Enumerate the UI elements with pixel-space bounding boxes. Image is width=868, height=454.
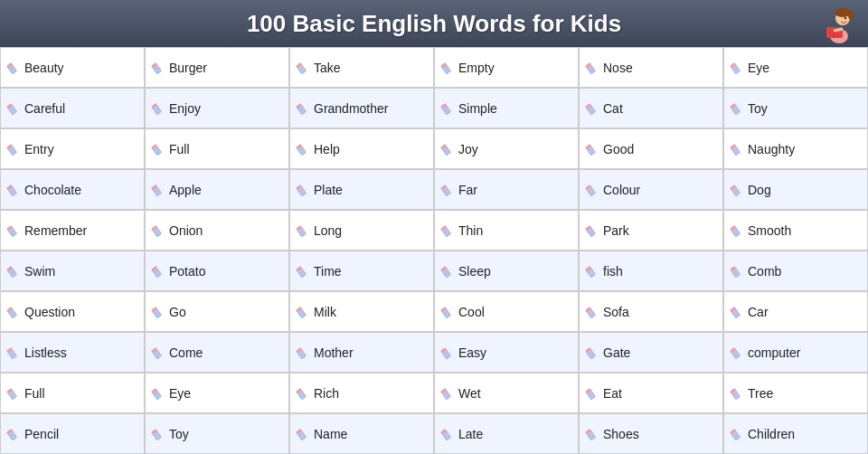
pencil-icon (151, 101, 165, 116)
word-cell: Empty (434, 47, 579, 88)
word-label: Help (314, 142, 340, 156)
word-label: Enjoy (169, 101, 201, 116)
word-label: Naughty (748, 142, 795, 156)
word-cell: Rich (289, 373, 434, 413)
pencil-icon (151, 264, 165, 279)
pencil-icon (6, 101, 21, 116)
word-cell: Joy (434, 128, 579, 169)
word-label: Name (314, 427, 347, 441)
word-label: Beauty (24, 61, 64, 75)
word-label: Apple (169, 183, 202, 197)
word-cell: Car (723, 291, 868, 332)
pencil-icon (6, 427, 21, 441)
word-label: Easy (458, 345, 486, 360)
word-label: Toy (748, 101, 768, 116)
pencil-icon (151, 386, 165, 401)
word-cell: Children (723, 413, 868, 454)
word-cell: Nose (579, 47, 723, 88)
word-label: Onion (169, 223, 203, 238)
pencil-icon (585, 427, 599, 441)
word-label: Children (748, 427, 795, 441)
pencil-icon (585, 183, 599, 197)
word-cell: Eye (145, 373, 289, 413)
pencil-icon (6, 61, 21, 75)
pencil-icon (440, 427, 455, 441)
pencil-icon (730, 101, 744, 116)
pencil-icon (6, 142, 21, 156)
pencil-icon (730, 427, 744, 441)
pencil-icon (730, 345, 744, 360)
word-label: Colour (603, 183, 640, 197)
word-label: Grandmother (314, 101, 388, 116)
word-cell: computer (723, 332, 868, 373)
word-cell: Potato (145, 251, 289, 291)
pencil-icon (296, 386, 310, 401)
word-cell: Gate (579, 332, 723, 373)
word-label: Mother (314, 345, 354, 360)
word-label: Sleep (458, 264, 491, 279)
pencil-icon (730, 264, 744, 279)
pencil-icon (730, 61, 744, 75)
word-label: Thin (458, 223, 483, 238)
word-label: Park (603, 223, 629, 238)
word-label: Swim (24, 264, 55, 279)
word-label: Wet (458, 386, 481, 401)
word-label: Gate (603, 345, 630, 360)
word-cell: Remember (0, 210, 145, 251)
word-cell: Entry (0, 128, 145, 169)
pencil-icon (440, 264, 455, 279)
pencil-icon (6, 386, 21, 401)
word-label: Potato (169, 264, 205, 279)
pencil-icon (730, 223, 744, 238)
pencil-icon (296, 427, 310, 441)
pencil-icon (151, 142, 165, 156)
word-label: Car (748, 305, 769, 319)
word-cell: Sleep (434, 251, 579, 291)
word-cell: Go (145, 291, 289, 332)
pencil-icon (296, 183, 310, 197)
pencil-icon (296, 305, 310, 319)
word-label: Eye (169, 386, 191, 401)
svg-point-3 (848, 11, 854, 20)
word-label: Plate (314, 183, 343, 197)
pencil-icon (296, 223, 310, 238)
word-label: Smooth (748, 223, 791, 238)
svg-point-7 (844, 17, 846, 19)
word-label: Take (314, 61, 341, 75)
word-cell: Plate (289, 169, 434, 210)
word-cell: Milk (289, 291, 434, 332)
word-label: Long (314, 223, 342, 238)
word-label: Careful (24, 101, 65, 116)
pencil-icon (585, 264, 599, 279)
word-cell: Comb (723, 251, 868, 291)
word-cell: Eye (723, 47, 868, 88)
word-cell: Apple (145, 169, 289, 210)
word-label: Remember (24, 223, 87, 238)
word-label: Cat (603, 101, 623, 116)
word-cell: Easy (434, 332, 579, 373)
word-cell: Good (579, 128, 723, 169)
pencil-icon (440, 345, 455, 360)
word-cell: Come (145, 332, 289, 373)
word-label: Shoes (603, 427, 639, 441)
pencil-icon (151, 345, 165, 360)
word-label: computer (748, 345, 800, 360)
word-cell: Smooth (723, 210, 868, 251)
word-cell: Cat (579, 88, 723, 128)
word-cell: Beauty (0, 47, 145, 88)
word-cell: Take (289, 47, 434, 88)
pencil-icon (585, 142, 599, 156)
word-label: fish (603, 264, 623, 279)
word-label: Good (603, 142, 634, 156)
word-grid: Beauty Burger Take Empty Nose Eye Carefu… (0, 47, 868, 454)
pencil-icon (6, 223, 21, 238)
word-cell: Listless (0, 332, 145, 373)
pencil-icon (440, 386, 455, 401)
pencil-icon (296, 264, 310, 279)
word-label: Nose (603, 61, 633, 75)
word-cell: Wet (434, 373, 579, 413)
word-label: Entry (24, 142, 54, 156)
pencil-icon (440, 61, 455, 75)
pencil-icon (6, 305, 21, 319)
pencil-icon (151, 427, 165, 441)
